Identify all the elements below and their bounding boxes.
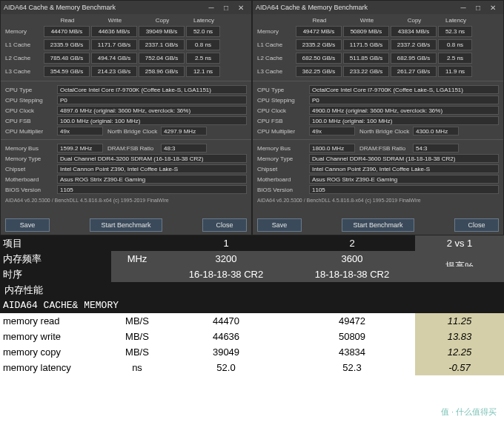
close-icon[interactable]: ✕ (485, 2, 500, 13)
copy-cell[interactable]: 2337.1 GB/s (139, 39, 185, 50)
titlebar[interactable]: AIDA64 Cache & Memory Benchmark ─ □ ✕ (1, 1, 251, 14)
read-cell[interactable]: 2335.9 GB/s (44, 39, 90, 50)
copy-cell[interactable]: 43834 MB/s (391, 26, 437, 37)
save-button[interactable]: Save (257, 218, 302, 232)
cache-row: L2 Cache785.48 GB/s494.74 GB/s752.04 GB/… (5, 53, 247, 64)
copy-cell[interactable]: 682.95 GB/s (391, 53, 437, 64)
cache-row: Memory49472 MB/s50809 MB/s43834 MB/s52.3… (257, 26, 499, 37)
cache-row: Memory44470 MB/s44636 MB/s39049 MB/s52.0… (5, 26, 247, 37)
cache-row: L2 Cache682.50 GB/s511.85 GB/s682.95 GB/… (257, 53, 499, 64)
write-cell[interactable]: 50809 MB/s (343, 26, 389, 37)
copy-cell[interactable]: 2337.2 GB/s (391, 39, 437, 50)
cache-row: L1 Cache2335.2 GB/s1171.5 GB/s2337.2 GB/… (257, 39, 499, 50)
close-button[interactable]: Close (202, 218, 247, 232)
titlebar[interactable]: AIDA64 Cache & Memory Benchmark ─ □ ✕ (253, 1, 503, 14)
copy-cell[interactable]: 752.04 GB/s (139, 53, 185, 64)
dram-fsb: 54:3 (413, 144, 459, 153)
cpu-stepping: P0 (309, 96, 499, 104)
latency-cell[interactable]: 0.8 ns (438, 39, 472, 50)
cache-row: L3 Cache354.59 GB/s214.23 GB/s258.96 GB/… (5, 66, 247, 77)
cache-row: L3 Cache362.25 GB/s233.22 GB/s261.27 GB/… (257, 66, 499, 77)
save-button[interactable]: Save (5, 218, 50, 232)
start-benchmark-button[interactable]: Start Benchmark (90, 218, 162, 232)
minimize-icon[interactable]: ─ (204, 2, 219, 13)
cpu-stepping: P0 (57, 96, 247, 104)
mem-bus: 1800.0 MHz (309, 144, 355, 153)
chipset: Intel Cannon Point Z390, Intel Coffee La… (57, 164, 247, 173)
close-button[interactable]: Close (454, 218, 499, 232)
copy-cell[interactable]: 261.27 GB/s (391, 66, 437, 77)
footer-text: AIDA64 v6.20.5300 / BenchDLL 4.5.816.8-x… (253, 196, 503, 204)
read-cell[interactable]: 362.25 GB/s (296, 66, 342, 77)
start-benchmark-button[interactable]: Start Benchmark (342, 218, 414, 232)
bios-version: 1105 (57, 185, 247, 194)
maximize-icon[interactable]: □ (219, 2, 233, 13)
latency-cell[interactable]: 0.8 ns (186, 39, 220, 50)
watermark: 值 · 什么值得买 (441, 406, 497, 418)
chipset: Intel Cannon Point Z390, Intel Coffee La… (309, 164, 499, 173)
latency-cell[interactable]: 2.5 ns (186, 53, 220, 64)
copy-cell[interactable]: 39049 MB/s (139, 26, 185, 37)
latency-cell[interactable]: 52.3 ns (438, 26, 472, 37)
read-cell[interactable]: 49472 MB/s (296, 26, 342, 37)
write-cell[interactable]: 1171.7 GB/s (91, 39, 137, 50)
cpu-fsb: 100.0 MHz (original: 100 MHz) (309, 116, 499, 125)
minimize-icon[interactable]: ─ (456, 2, 471, 13)
table-row: memory copyMB/S390494383412.25 (0, 344, 504, 360)
motherboard: Asus ROG Strix Z390-E Gaming (57, 175, 247, 184)
read-cell[interactable]: 354.59 GB/s (44, 66, 90, 77)
read-cell[interactable]: 785.48 GB/s (44, 53, 90, 64)
write-cell[interactable]: 511.85 GB/s (343, 53, 389, 64)
write-cell[interactable]: 494.74 GB/s (91, 53, 137, 64)
table-row: memory latencyns52.052.3-0.57 (0, 360, 504, 375)
benchmark-panel-0: AIDA64 Cache & Memory Benchmark ─ □ ✕ Re… (0, 0, 252, 235)
latency-cell[interactable]: 2.5 ns (438, 53, 472, 64)
latency-cell[interactable]: 12.1 ns (186, 66, 220, 77)
benchmark-panel-1: AIDA64 Cache & Memory Benchmark ─ □ ✕ Re… (252, 0, 504, 235)
cpu-clock: 4897.6 MHz (original: 3600 MHz, overcloc… (57, 106, 247, 115)
cpu-mult: 49x (309, 127, 355, 135)
table-row: memory writeMB/S446365080913.83 (0, 329, 504, 344)
window-title: AIDA64 Cache & Memory Benchmark (256, 4, 368, 11)
perf-section: 内存性能 (0, 282, 504, 298)
write-cell[interactable]: 233.22 GB/s (343, 66, 389, 77)
nb-clock: 4300.0 MHz (413, 127, 459, 135)
mem-type: Dual Channel DDR4-3600 SDRAM (18-18-18-3… (309, 154, 499, 163)
dram-fsb: 48:3 (161, 144, 207, 153)
read-cell[interactable]: 682.50 GB/s (296, 53, 342, 64)
nb-clock: 4297.9 MHz (161, 127, 207, 135)
bios-version: 1105 (309, 185, 499, 194)
cpu-clock: 4900.0 MHz (original: 3600 MHz, overcloc… (309, 106, 499, 115)
cpu-type: OctalCore Intel Core i7-9700K (Coffee La… (309, 85, 499, 94)
cpu-type: OctalCore Intel Core i7-9700K (Coffee La… (57, 85, 247, 94)
write-cell[interactable]: 44636 MB/s (91, 26, 137, 37)
mem-bus: 1599.2 MHz (57, 144, 103, 153)
maximize-icon[interactable]: □ (471, 2, 485, 13)
copy-cell[interactable]: 258.96 GB/s (139, 66, 185, 77)
cpu-fsb: 100.0 MHz (original: 100 MHz) (57, 116, 247, 125)
table-row: memory readMB/S444704947211.25 (0, 313, 504, 329)
motherboard: Asus ROG Strix Z390-E Gaming (309, 175, 499, 184)
read-cell[interactable]: 44470 MB/s (44, 26, 90, 37)
window-title: AIDA64 Cache & Memory Benchmark (4, 4, 116, 11)
cpu-mult: 49x (57, 127, 103, 135)
mem-type: Dual Channel DDR4-3200 SDRAM (16-18-18-3… (57, 154, 247, 163)
write-cell[interactable]: 1171.5 GB/s (343, 39, 389, 50)
read-cell[interactable]: 2335.2 GB/s (296, 39, 342, 50)
close-icon[interactable]: ✕ (233, 2, 248, 13)
footer-text: AIDA64 v6.20.5300 / BenchDLL 4.5.816.8-x… (1, 196, 251, 204)
latency-cell[interactable]: 11.9 ns (438, 66, 472, 77)
latency-cell[interactable]: 52.0 ns (186, 26, 220, 37)
cache-row: L1 Cache2335.9 GB/s1171.7 GB/s2337.1 GB/… (5, 39, 247, 50)
write-cell[interactable]: 214.23 GB/s (91, 66, 137, 77)
